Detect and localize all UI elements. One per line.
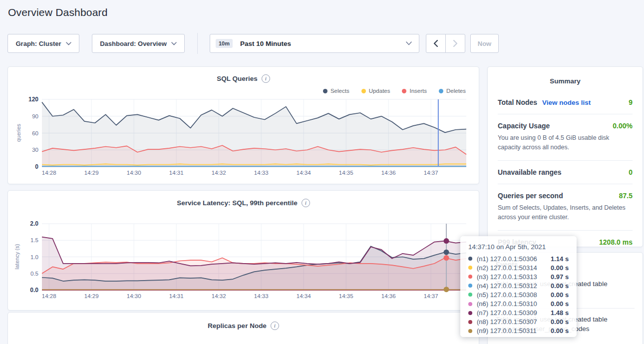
svg-text:120: 120 [28,96,38,103]
svg-text:14:30: 14:30 [127,293,141,299]
chevron-down-icon [406,41,412,45]
total-nodes-label: Total Nodes [498,98,537,106]
summary-panel: Summary Total Nodes View nodes list 9 Ca… [487,66,643,247]
tooltip-rows: (n1) 127.0.0.1:503061.14 s(n2) 127.0.0.1… [468,254,570,336]
summary-unavailable-ranges: Unavailable ranges 0 [498,160,633,184]
replicas-per-node-chart-card: Replicas per Node i [7,312,479,344]
tooltip-node-value: 1.48 s [551,309,569,317]
time-range-badge: 10m [216,39,233,48]
tooltip-node-row: (n1) 127.0.0.1:503061.14 s [468,254,570,263]
svg-text:0: 0 [35,163,38,170]
sql-queries-chart[interactable]: 14:2814:2914:3014:3114:3214:3314:3414:35… [8,67,480,185]
tooltip-node-value: 0.00 s [551,327,569,335]
svg-text:14:31: 14:31 [169,293,184,299]
tooltip-node-value: 1.14 s [551,255,569,263]
svg-text:14:34: 14:34 [297,170,311,176]
svg-text:0.5: 0.5 [30,271,38,277]
svg-text:14:31: 14:31 [169,170,184,176]
time-range-selector[interactable]: 10m Past 10 Minutes [210,34,419,53]
qps-label: Queries per second [498,192,563,200]
svg-text:14:36: 14:36 [381,170,396,176]
tooltip-node-address: (n9) 127.0.0.1:50311 [477,327,551,335]
node-color-dot-icon [468,266,472,270]
tooltip-node-address: (n8) 127.0.0.1:50307 [477,318,551,326]
tooltip-node-value: 0.00 s [551,318,569,326]
summary-capacity-usage: Capacity Usage 0.00% You are using 0 B o… [498,114,633,160]
tooltip-node-row: (n9) 127.0.0.1:503110.00 s [468,327,570,336]
node-color-dot-icon [468,302,472,306]
tooltip-node-address: (n2) 127.0.0.1:50314 [477,264,551,272]
p99-latency-value: 1208.0 ms [599,238,633,246]
tooltip-node-row: (n5) 127.0.0.1:503080.00 s [468,290,570,299]
tooltip-node-address: (n6) 127.0.0.1:50310 [477,300,551,308]
overview-dashboard-page: Overview Dashboard Graph: Cluster Dashbo… [0,0,644,344]
capacity-usage-label: Capacity Usage [498,122,550,130]
svg-text:14:34: 14:34 [297,293,311,299]
unavailable-ranges-label: Unavailable ranges [498,168,562,176]
node-color-dot-icon [468,275,472,279]
now-button[interactable]: Now [470,34,499,53]
summary-total-nodes: Total Nodes View nodes list 9 [498,91,633,114]
qps-value: 87.5 [619,192,633,200]
graph-scope-dropdown[interactable]: Graph: Cluster [7,34,79,53]
sql-queries-chart-card: SQL Queries i SelectsUpdatesInsertsDelet… [7,66,479,184]
total-nodes-value: 9 [629,98,633,106]
time-range-prev-button[interactable] [426,34,446,53]
svg-text:90: 90 [32,113,38,119]
chevron-down-icon [171,42,177,45]
svg-text:14:29: 14:29 [84,170,99,176]
service-latency-chart-card: Service Latency: SQL, 99th percentile i … [7,190,479,311]
svg-text:14:37: 14:37 [424,293,438,299]
svg-text:30: 30 [32,147,38,153]
tooltip-node-row: (n4) 127.0.0.1:503120.00 s [468,281,570,290]
tooltip-node-address: (n1) 127.0.0.1:50306 [477,255,551,263]
qps-description: Sum of Selects, Updates, Inserts, and De… [498,203,633,223]
svg-text:60: 60 [32,130,38,136]
tooltip-node-address: (n4) 127.0.0.1:50312 [477,282,551,290]
svg-text:14:35: 14:35 [339,293,353,299]
svg-text:14:32: 14:32 [212,293,226,299]
chart-hover-tooltip: 14:37:10 on Apr 5th, 2021 (n1) 127.0.0.1… [460,236,577,337]
summary-queries-per-second: Queries per second 87.5 Sum of Selects, … [498,184,633,230]
toolbar-divider [197,33,198,54]
svg-text:0.0: 0.0 [30,287,38,294]
svg-text:14:37: 14:37 [424,170,438,176]
svg-text:14:28: 14:28 [42,170,56,176]
tooltip-node-address: (n3) 127.0.0.1:50313 [477,273,551,281]
tooltip-node-row: (n6) 127.0.0.1:503100.00 s [468,299,570,308]
tooltip-node-row: (n2) 127.0.0.1:503140.00 s [468,263,570,272]
tooltip-node-value: 0.97 s [551,273,569,281]
view-nodes-list-link[interactable]: View nodes list [542,99,591,106]
tooltip-node-value: 0.00 s [551,282,569,290]
summary-title: Summary [498,67,633,91]
svg-text:1.0: 1.0 [30,254,38,260]
svg-text:2.0: 2.0 [30,220,38,227]
chevron-down-icon [66,42,71,45]
node-color-dot-icon [468,320,472,324]
svg-text:14:33: 14:33 [254,293,269,299]
service-latency-chart[interactable]: 14:2814:2914:3014:3114:3214:3314:3414:35… [8,191,480,311]
tooltip-node-row: (n8) 127.0.0.1:503070.00 s [468,318,570,327]
node-color-dot-icon [468,311,472,315]
chevron-right-icon [453,40,458,47]
time-range-label: Past 10 Minutes [240,40,291,47]
tooltip-node-value: 0.00 s [551,291,569,299]
replicas-chart-title: Replicas per Node [208,322,267,330]
node-color-dot-icon [468,293,472,297]
chevron-left-icon [433,40,438,47]
svg-text:1.5: 1.5 [30,237,38,243]
info-icon[interactable]: i [271,322,279,330]
tooltip-node-address: (n5) 127.0.0.1:50308 [477,291,551,299]
svg-text:14:28: 14:28 [42,293,56,299]
node-color-dot-icon [468,284,472,288]
svg-text:14:36: 14:36 [381,293,396,299]
time-range-next-button[interactable] [445,34,465,53]
dashboard-dropdown[interactable]: Dashboard: Overview [92,34,185,53]
capacity-usage-value: 0.00% [613,122,633,130]
tooltip-node-address: (n7) 127.0.0.1:50309 [477,309,551,317]
page-title: Overview Dashboard [8,6,108,18]
svg-text:14:33: 14:33 [254,170,269,176]
svg-text:14:29: 14:29 [84,293,99,299]
tooltip-node-row: (n3) 127.0.0.1:503130.97 s [468,272,570,281]
svg-text:14:30: 14:30 [127,170,141,176]
